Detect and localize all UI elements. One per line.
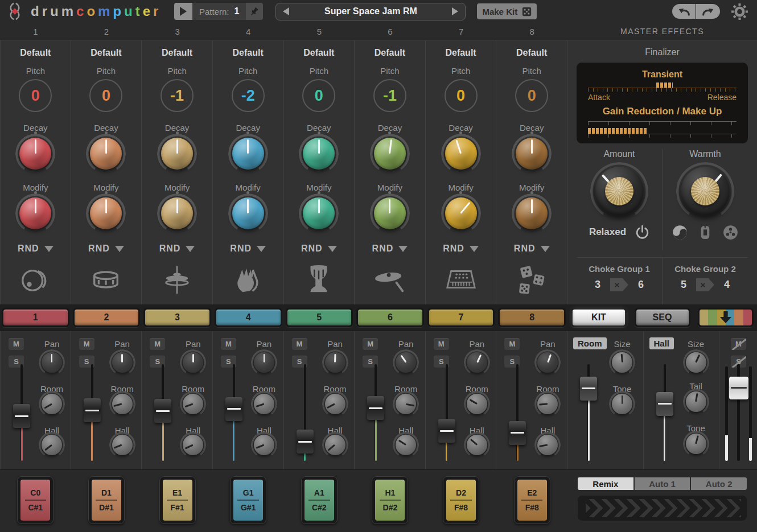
room-send-knob[interactable] xyxy=(537,394,558,414)
channel-tab[interactable]: 5 xyxy=(286,308,353,327)
engine-name[interactable]: Default xyxy=(516,48,547,58)
mute-button[interactable]: M xyxy=(292,338,307,350)
hall-send-knob[interactable] xyxy=(183,435,203,455)
pitch-knob[interactable]: 0 xyxy=(515,79,548,112)
mute-button[interactable]: M xyxy=(79,338,94,350)
pitch-knob[interactable]: -1 xyxy=(161,79,194,112)
instrument-icon[interactable] xyxy=(514,263,549,297)
tab-seq[interactable]: SEQ xyxy=(635,308,690,327)
trigger-pad[interactable]: H1 D#2 xyxy=(372,476,408,524)
hall-send-knob[interactable] xyxy=(325,435,345,455)
pan-knob[interactable] xyxy=(42,352,62,373)
randomize-button[interactable]: RND xyxy=(443,244,479,254)
pitch-knob[interactable]: -2 xyxy=(232,79,265,112)
channel-tab[interactable]: 3 xyxy=(143,308,211,327)
trigger-pad[interactable]: E1 F#1 xyxy=(159,476,196,524)
power-icon[interactable] xyxy=(635,225,649,240)
instrument-icon[interactable] xyxy=(88,263,124,297)
trigger-pad[interactable]: D2 F#8 xyxy=(443,476,479,524)
auto2-button[interactable]: Auto 2 xyxy=(691,477,747,490)
mute-button[interactable]: M xyxy=(221,338,236,350)
volume-fader[interactable] xyxy=(367,396,384,420)
engine-name[interactable]: Default xyxy=(162,48,192,58)
decay-knob[interactable] xyxy=(19,138,51,170)
pan-knob[interactable] xyxy=(183,352,203,373)
pan-knob[interactable] xyxy=(467,352,487,373)
pin-button[interactable] xyxy=(246,3,263,20)
master-mute-button[interactable]: M xyxy=(731,338,746,350)
master-volume-fader[interactable] xyxy=(729,377,748,399)
room-send-knob[interactable] xyxy=(112,394,133,414)
preset-selector[interactable]: Super Space Jam RM xyxy=(275,3,466,20)
pitch-knob[interactable]: 0 xyxy=(19,79,52,112)
pitch-knob[interactable]: 0 xyxy=(445,79,478,112)
randomize-button[interactable]: RND xyxy=(88,244,124,254)
tape-mode-icon[interactable] xyxy=(723,225,738,240)
engine-name[interactable]: Default xyxy=(375,48,405,58)
volume-fader[interactable] xyxy=(297,430,314,453)
volume-fader[interactable] xyxy=(225,397,242,421)
choke1-clear-icon[interactable]: × xyxy=(610,278,628,291)
choke2-clear-icon[interactable]: × xyxy=(696,278,714,291)
redo-button[interactable] xyxy=(696,4,720,19)
hall-send-knob[interactable] xyxy=(537,435,558,455)
decay-knob[interactable] xyxy=(445,138,477,170)
channel-tab[interactable]: 2 xyxy=(73,308,141,327)
trigger-pad[interactable]: G1 G#1 xyxy=(230,476,266,524)
randomize-button[interactable]: RND xyxy=(159,244,195,254)
modify-knob[interactable] xyxy=(516,197,548,229)
hall-reverb-button[interactable]: Hall xyxy=(649,337,674,349)
modify-knob[interactable] xyxy=(19,197,51,229)
channel-tab[interactable]: 7 xyxy=(427,308,495,327)
instrument-icon[interactable] xyxy=(372,263,408,297)
channel-tab[interactable]: 4 xyxy=(215,308,282,327)
decay-knob[interactable] xyxy=(232,138,264,170)
tab-expand[interactable] xyxy=(698,308,754,327)
pan-knob[interactable] xyxy=(325,352,345,373)
pitch-knob[interactable]: 0 xyxy=(302,79,335,112)
mute-button[interactable]: M xyxy=(434,338,449,350)
volume-fader[interactable] xyxy=(84,398,101,422)
pan-knob[interactable] xyxy=(537,352,558,373)
settings-button[interactable] xyxy=(730,2,749,21)
choke2-right-channel[interactable]: 4 xyxy=(724,279,730,291)
undo-button[interactable] xyxy=(672,4,696,19)
amount-knob[interactable] xyxy=(595,167,644,216)
saturation-mode-icon[interactable] xyxy=(672,225,688,240)
trigger-pad[interactable]: D1 D#1 xyxy=(88,476,125,524)
decay-knob[interactable] xyxy=(161,138,193,170)
remix-button[interactable]: Remix xyxy=(578,477,633,490)
mute-button[interactable]: M xyxy=(363,338,378,350)
randomize-button[interactable]: RND xyxy=(18,244,54,254)
volume-fader[interactable] xyxy=(154,399,171,423)
engine-name[interactable]: Default xyxy=(90,48,121,58)
hall-send-knob[interactable] xyxy=(112,435,133,455)
volume-fader[interactable] xyxy=(438,419,455,443)
pitch-knob[interactable]: 0 xyxy=(89,79,122,112)
make-kit-button[interactable]: Make Kit xyxy=(477,3,537,19)
room-level-fader[interactable] xyxy=(580,377,597,401)
compressor-mode[interactable]: Relaxed xyxy=(589,226,626,238)
engine-name[interactable]: Default xyxy=(20,48,51,58)
randomize-button[interactable]: RND xyxy=(301,244,337,254)
instrument-icon[interactable] xyxy=(443,263,479,297)
hall-size-knob[interactable] xyxy=(686,352,706,373)
modify-knob[interactable] xyxy=(303,197,335,229)
channel-tab[interactable]: 6 xyxy=(356,308,424,327)
mute-button[interactable]: M xyxy=(9,338,24,350)
instrument-icon[interactable] xyxy=(231,263,266,297)
remix-strip[interactable] xyxy=(578,496,747,521)
randomize-button[interactable]: RND xyxy=(514,244,550,254)
auto1-button[interactable]: Auto 1 xyxy=(635,477,690,490)
trigger-pad[interactable]: E2 F#8 xyxy=(514,476,550,524)
room-send-knob[interactable] xyxy=(42,394,62,414)
pan-knob[interactable] xyxy=(254,352,274,373)
hall-tail-knob[interactable] xyxy=(686,391,706,412)
channel-tab[interactable]: 1 xyxy=(2,308,69,327)
room-reverb-button[interactable]: Room xyxy=(573,337,607,349)
hall-tone-knob[interactable] xyxy=(686,434,706,454)
modify-knob[interactable] xyxy=(90,197,122,229)
engine-name[interactable]: Default xyxy=(303,48,334,58)
tube-mode-icon[interactable] xyxy=(700,225,711,240)
hall-send-knob[interactable] xyxy=(396,435,416,455)
